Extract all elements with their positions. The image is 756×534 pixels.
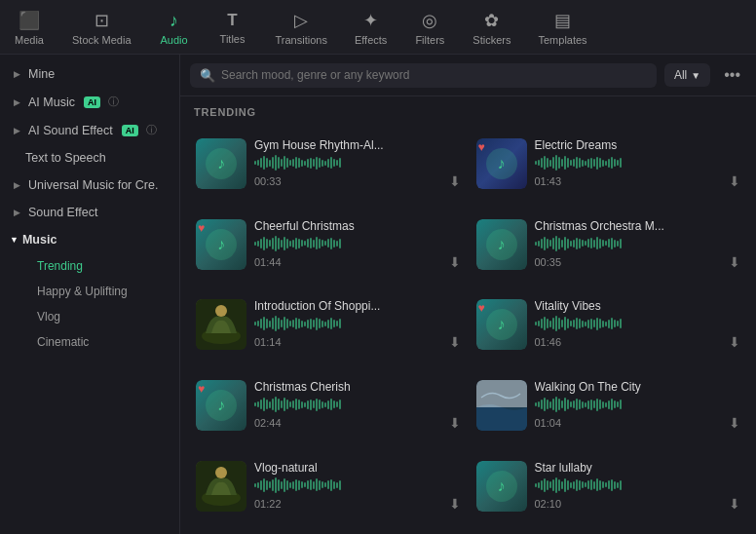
- nav-media[interactable]: ⬛ Media: [0, 6, 58, 50]
- download-icon[interactable]: ⬇: [449, 173, 461, 189]
- sidebar-subitem-vlog[interactable]: Vlog: [0, 304, 179, 329]
- track-name: Electric Dreams: [535, 138, 741, 152]
- sidebar-universal-label: Universal Music for Cre.: [28, 178, 158, 192]
- search-bar: 🔍 All ▼ •••: [180, 55, 756, 96]
- tracks-grid: ♪ Gym House Rhythm-Al... 00:33 ⬇ ♪ ♥ Ele…: [180, 124, 756, 534]
- track-meta: 02:10 ⬇: [535, 496, 741, 512]
- sidebar-music-label: Music: [22, 233, 57, 247]
- track-meta: 01:04 ⬇: [535, 415, 741, 431]
- mine-chevron: ▶: [14, 69, 20, 79]
- ai-sound-chevron: ▶: [14, 126, 20, 135]
- vlog-label: Vlog: [37, 310, 60, 324]
- universal-music-chevron: ▶: [14, 180, 20, 190]
- download-icon[interactable]: ⬇: [729, 496, 740, 512]
- sidebar-sound-effect-label: Sound Effect: [28, 206, 97, 219]
- track-thumbnail: ♪: [476, 461, 527, 512]
- sidebar-item-ai-sound-effect[interactable]: ▶ AI Sound Effect AI ⓘ: [0, 116, 179, 144]
- nav-stock-label: Stock Media: [72, 34, 132, 46]
- sidebar-item-universal-music[interactable]: ▶ Universal Music for Cre.: [0, 172, 179, 199]
- sidebar-item-mine[interactable]: ▶ Mine: [0, 60, 179, 88]
- track-meta: 01:46 ⬇: [535, 334, 741, 350]
- more-icon: •••: [724, 66, 740, 83]
- content-area: 🔍 All ▼ ••• TRENDING ♪ Gym House Rhythm-…: [180, 55, 756, 534]
- ai-sound-info-icon: ⓘ: [146, 123, 157, 137]
- nav-effects-label: Effects: [355, 34, 387, 46]
- track-meta: 01:44 ⬇: [254, 254, 461, 270]
- track-thumbnail: ♪ ♥: [476, 299, 527, 350]
- download-icon[interactable]: ⬇: [729, 254, 740, 270]
- track-card[interactable]: Introduction Of Shoppi... 01:14 ⬇: [188, 285, 469, 365]
- templates-icon: ▤: [554, 10, 571, 31]
- more-button[interactable]: •••: [718, 62, 746, 88]
- svg-point-2: [215, 305, 227, 317]
- media-icon: ⬛: [19, 10, 40, 31]
- download-icon[interactable]: ⬇: [729, 415, 740, 431]
- track-card[interactable]: ♪ ♥ Electric Dreams 01:43 ⬇: [469, 124, 749, 205]
- nav-titles[interactable]: T Titles: [204, 7, 262, 49]
- track-meta: 00:33 ⬇: [254, 173, 461, 189]
- track-name: Christmas Orchestra M...: [535, 219, 741, 233]
- sidebar-ai-music-label: AI Music: [28, 95, 75, 109]
- nav-templates[interactable]: ▤ Templates: [524, 6, 600, 50]
- music-note-icon: ♪: [486, 471, 517, 502]
- waveform: [254, 316, 461, 331]
- track-card[interactable]: ♪ ♥ Christmas Cherish 02:44 ⬇: [188, 365, 469, 446]
- effects-icon: ✦: [363, 10, 378, 31]
- waveform: [254, 477, 461, 493]
- track-duration: 00:33: [254, 175, 282, 187]
- track-card[interactable]: ♪ Gym House Rhythm-Al... 00:33 ⬇: [188, 124, 469, 205]
- download-icon[interactable]: ⬇: [449, 415, 461, 431]
- sidebar-section-music[interactable]: ▼ Music: [0, 226, 179, 253]
- waveform: [535, 316, 741, 331]
- track-thumbnail: [196, 461, 246, 512]
- heart-badge: ♥: [478, 140, 485, 154]
- search-icon: 🔍: [200, 68, 215, 83]
- sidebar-item-text-to-speech[interactable]: Text to Speech: [0, 144, 179, 172]
- track-card[interactable]: Walking On The City 01:04 ⬇: [469, 365, 749, 446]
- download-icon[interactable]: ⬇: [449, 254, 461, 270]
- nav-effects[interactable]: ✦ Effects: [341, 6, 400, 50]
- sidebar-item-ai-music[interactable]: ▶ AI Music AI ⓘ: [0, 88, 179, 116]
- download-icon[interactable]: ⬇: [729, 334, 740, 350]
- nav-audio[interactable]: ♪ Audio: [145, 7, 204, 50]
- waveform: [535, 236, 741, 251]
- sound-effect-chevron: ▶: [14, 208, 20, 217]
- nav-filters[interactable]: ◎ Filters: [400, 6, 459, 50]
- trending-header: TRENDING: [180, 96, 756, 124]
- track-duration: 01:43: [535, 175, 562, 187]
- track-card[interactable]: ♪ Christmas Orchestra M... 00:35 ⬇: [469, 205, 749, 286]
- track-card[interactable]: ♪ ♥ Cheerful Christmas 01:44 ⬇: [188, 205, 469, 286]
- titles-icon: T: [227, 11, 237, 30]
- sidebar-subitem-cinematic[interactable]: Cinematic: [0, 329, 179, 355]
- track-duration: 01:04: [535, 417, 562, 429]
- search-input[interactable]: [221, 68, 647, 82]
- track-thumbnail: [476, 380, 527, 431]
- sidebar-subitem-trending[interactable]: Trending: [0, 253, 179, 279]
- download-icon[interactable]: ⬇: [729, 173, 740, 189]
- download-icon[interactable]: ⬇: [449, 334, 461, 350]
- heart-badge: ♥: [478, 301, 485, 315]
- track-info: Christmas Orchestra M... 00:35 ⬇: [535, 219, 741, 270]
- ai-music-chevron: ▶: [14, 97, 20, 107]
- track-duration: 02:10: [535, 498, 562, 510]
- nav-transitions[interactable]: ▷ Transitions: [262, 6, 341, 50]
- nav-stickers-label: Stickers: [472, 34, 510, 46]
- nav-stock-media[interactable]: ⊡ Stock Media: [58, 6, 145, 50]
- sidebar-subitem-happy-uplifting[interactable]: Happy & Uplifting: [0, 279, 179, 304]
- search-input-wrap[interactable]: 🔍: [190, 63, 657, 88]
- track-info: Walking On The City 01:04 ⬇: [535, 380, 741, 431]
- nav-stickers[interactable]: ✿ Stickers: [459, 6, 524, 50]
- filter-button[interactable]: All ▼: [664, 63, 710, 87]
- track-card[interactable]: ♪ ♥ Vitality Vibes 01:46 ⬇: [469, 285, 749, 365]
- track-info: Cheerful Christmas 01:44 ⬇: [254, 219, 461, 270]
- track-info: Gym House Rhythm-Al... 00:33 ⬇: [254, 138, 461, 189]
- track-meta: 02:44 ⬇: [254, 415, 461, 431]
- download-icon[interactable]: ⬇: [449, 496, 461, 512]
- track-duration: 01:14: [254, 336, 282, 348]
- track-card[interactable]: ♪ Star lullaby 02:10 ⬇: [469, 445, 749, 526]
- track-card[interactable]: Vlog-natural 01:22 ⬇: [188, 445, 469, 526]
- track-meta: 01:14 ⬇: [254, 334, 461, 350]
- waveform: [254, 236, 461, 251]
- waveform: [254, 155, 461, 171]
- sidebar-item-sound-effect[interactable]: ▶ Sound Effect: [0, 199, 179, 226]
